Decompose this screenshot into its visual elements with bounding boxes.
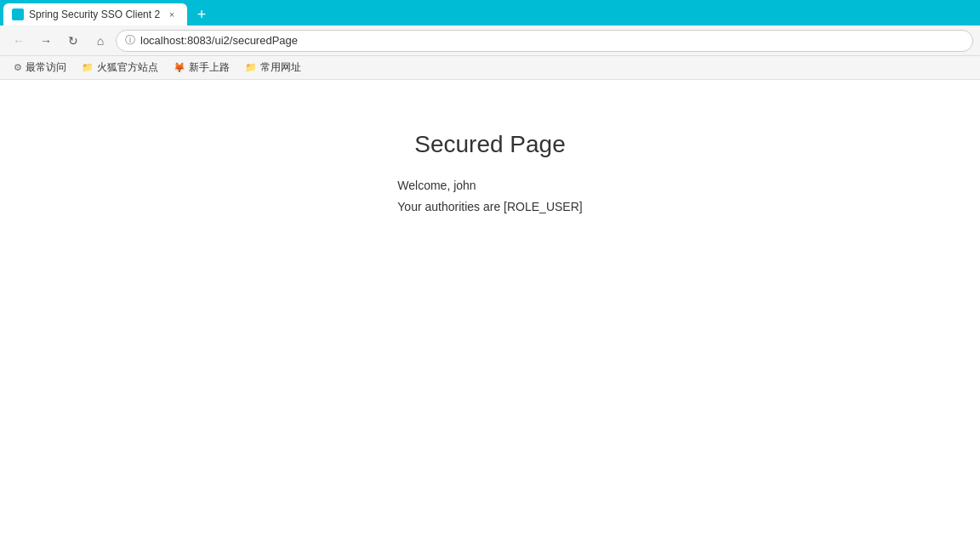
welcome-text: Welcome, john bbox=[397, 175, 582, 196]
tab-favicon bbox=[12, 9, 24, 20]
bookmark-label-2: 火狐官方站点 bbox=[97, 60, 158, 75]
authorities-text: Your authorities are [ROLE_USER] bbox=[397, 196, 582, 218]
page-info: Welcome, john Your authorities are [ROLE… bbox=[397, 175, 582, 218]
bookmark-label-1: 最常访问 bbox=[26, 60, 66, 75]
address-text: localhost:8083/ui2/securedPage bbox=[140, 34, 298, 47]
nav-bar: ← → ↻ ⌂ ⓘ localhost:8083/ui2/securedPage bbox=[0, 26, 980, 56]
back-button[interactable]: ← bbox=[7, 29, 31, 53]
folder-icon-2: 📁 bbox=[245, 62, 257, 73]
folder-icon-1: 📁 bbox=[82, 62, 94, 73]
address-bar-security-icon: ⓘ bbox=[125, 33, 135, 48]
tab-close-button[interactable]: × bbox=[165, 8, 179, 21]
address-bar[interactable]: ⓘ localhost:8083/ui2/securedPage bbox=[116, 30, 973, 52]
bookmark-item-1[interactable]: ⚙ 最常访问 bbox=[7, 58, 73, 77]
gear-icon: ⚙ bbox=[14, 62, 22, 73]
forward-button[interactable]: → bbox=[34, 29, 58, 53]
reload-button[interactable]: ↻ bbox=[61, 29, 85, 53]
bookmarks-bar: ⚙ 最常访问 📁 火狐官方站点 🦊 新手上路 📁 常用网址 bbox=[0, 56, 980, 80]
tab-title: Spring Security SSO Client 2 bbox=[29, 9, 160, 20]
bookmark-label-3: 新手上路 bbox=[189, 60, 230, 75]
home-button[interactable]: ⌂ bbox=[88, 29, 112, 53]
bookmark-item-3[interactable]: 🦊 新手上路 bbox=[167, 58, 236, 77]
tab-bar: Spring Security SSO Client 2 × + bbox=[0, 0, 980, 26]
new-tab-button[interactable]: + bbox=[191, 3, 213, 26]
page-content: Secured Page Welcome, john Your authorit… bbox=[0, 80, 980, 218]
firefox-icon: 🦊 bbox=[174, 62, 185, 73]
bookmark-item-2[interactable]: 📁 火狐官方站点 bbox=[75, 58, 165, 77]
page-heading: Secured Page bbox=[414, 131, 565, 158]
bookmark-label-4: 常用网址 bbox=[260, 60, 301, 75]
bookmark-item-4[interactable]: 📁 常用网址 bbox=[238, 58, 308, 77]
browser-tab[interactable]: Spring Security SSO Client 2 × bbox=[3, 3, 187, 26]
browser-chrome: Spring Security SSO Client 2 × + ← → ↻ ⌂… bbox=[0, 0, 980, 218]
